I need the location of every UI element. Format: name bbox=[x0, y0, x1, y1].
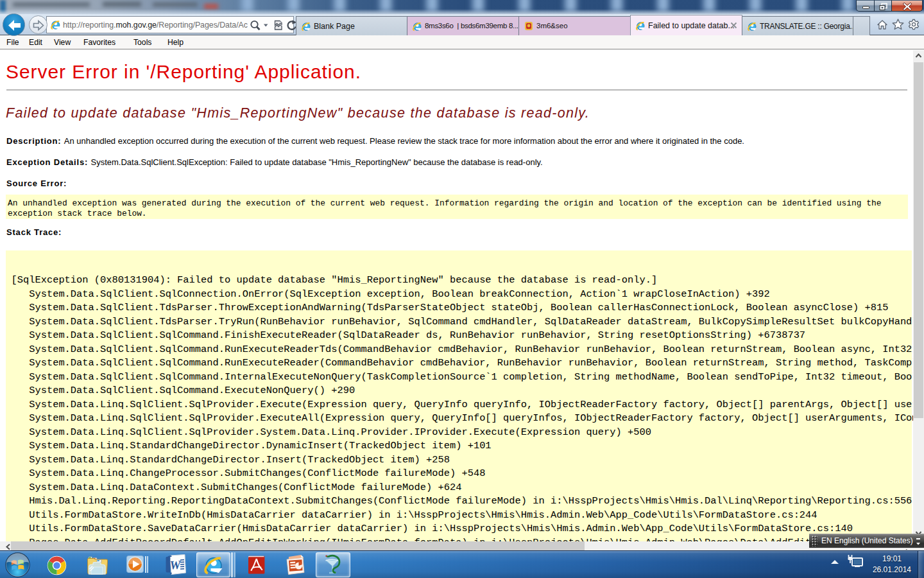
svg-text:W: W bbox=[169, 558, 182, 572]
